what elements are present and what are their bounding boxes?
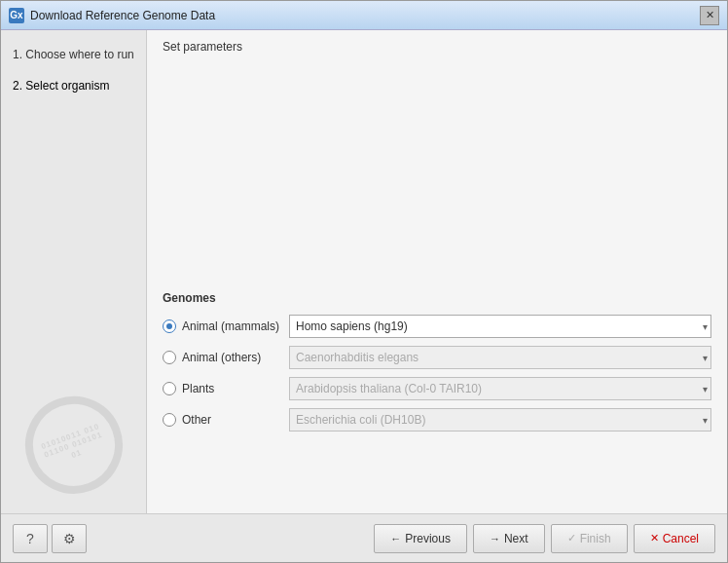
select-wrapper-others: Caenorhabditis elegans ▾	[289, 346, 711, 369]
close-button[interactable]: ✕	[700, 6, 719, 25]
select-wrapper-mammals[interactable]: Homo sapiens (hg19) Mus musculus (mm10) …	[289, 315, 711, 338]
params-content: Genomes Animal (mammals) Homo sapiens (h…	[147, 61, 727, 513]
genome-row-other: Other Escherichia coli (DH10B) ▾	[163, 408, 711, 432]
previous-label: Previous	[405, 532, 451, 545]
window-title: Download Reference Genome Data	[30, 9, 700, 22]
radio-mammals[interactable]	[163, 319, 176, 333]
finish-button[interactable]: ✓ Finish	[551, 524, 628, 553]
select-wrapper-other: Escherichia coli (DH10B) ▾	[289, 408, 711, 432]
genome-select-other: Escherichia coli (DH10B)	[289, 408, 711, 432]
radio-group-others[interactable]: Animal (others)	[163, 351, 289, 364]
radio-plants[interactable]	[163, 382, 176, 395]
radio-others[interactable]	[163, 351, 176, 364]
radio-label-other: Other	[182, 413, 211, 427]
content-area: 1. Choose where to run 2. Select organis…	[1, 30, 727, 513]
cancel-icon: ✕	[650, 532, 659, 544]
sidebar-step-2: 2. Select organism	[13, 77, 134, 94]
radio-label-others: Animal (others)	[182, 351, 261, 364]
previous-button[interactable]: ← Previous	[374, 524, 467, 553]
genomes-section: Genomes Animal (mammals) Homo sapiens (h…	[163, 291, 711, 439]
settings-button[interactable]: ⚙	[52, 524, 87, 553]
help-button[interactable]: ?	[13, 524, 48, 553]
radio-label-mammals: Animal (mammals)	[182, 319, 279, 333]
bottom-right-buttons: ← Previous → Next ✓ Finish ✕ Cancel	[374, 524, 715, 553]
watermark: 01010011 01001100 01010101	[1, 375, 147, 513]
next-button[interactable]: → Next	[473, 524, 545, 553]
genomes-label: Genomes	[163, 291, 711, 305]
genome-row-plants: Plants Arabidopsis thaliana (Col-0 TAIR1…	[163, 377, 711, 400]
genome-row-others: Animal (others) Caenorhabditis elegans ▾	[163, 346, 711, 369]
radio-group-other[interactable]: Other	[163, 413, 289, 427]
sidebar: 1. Choose where to run 2. Select organis…	[1, 30, 147, 513]
select-wrapper-plants: Arabidopsis thaliana (Col-0 TAIR10) ▾	[289, 377, 711, 400]
genome-select-others: Caenorhabditis elegans	[289, 346, 711, 369]
finish-label: Finish	[580, 532, 611, 545]
radio-group-plants[interactable]: Plants	[163, 382, 289, 395]
bottom-bar: ? ⚙ ← Previous → Next ✓ Finish ✕ Cancel	[1, 513, 727, 562]
cancel-label: Cancel	[663, 532, 699, 545]
sidebar-step-1: 1. Choose where to run	[13, 46, 134, 63]
genome-select-mammals[interactable]: Homo sapiens (hg19) Mus musculus (mm10) …	[289, 315, 711, 338]
genome-row-mammals: Animal (mammals) Homo sapiens (hg19) Mus…	[163, 315, 711, 338]
bottom-left-buttons: ? ⚙	[13, 524, 87, 553]
finish-icon: ✓	[567, 532, 576, 544]
params-header: Set parameters	[147, 30, 727, 61]
genome-select-plants: Arabidopsis thaliana (Col-0 TAIR10)	[289, 377, 711, 400]
radio-group-mammals[interactable]: Animal (mammals)	[163, 319, 289, 333]
radio-label-plants: Plants	[182, 382, 214, 395]
radio-other[interactable]	[163, 413, 176, 427]
next-icon: →	[490, 533, 500, 544]
title-bar: Gx Download Reference Genome Data ✕	[1, 1, 727, 30]
main-window: Gx Download Reference Genome Data ✕ 1. C…	[0, 0, 728, 563]
cancel-button[interactable]: ✕ Cancel	[634, 524, 715, 553]
previous-icon: ←	[390, 533, 401, 544]
main-panel: Set parameters Genomes Animal (mammals) …	[147, 30, 727, 513]
app-icon: Gx	[9, 8, 24, 23]
next-label: Next	[504, 532, 528, 545]
